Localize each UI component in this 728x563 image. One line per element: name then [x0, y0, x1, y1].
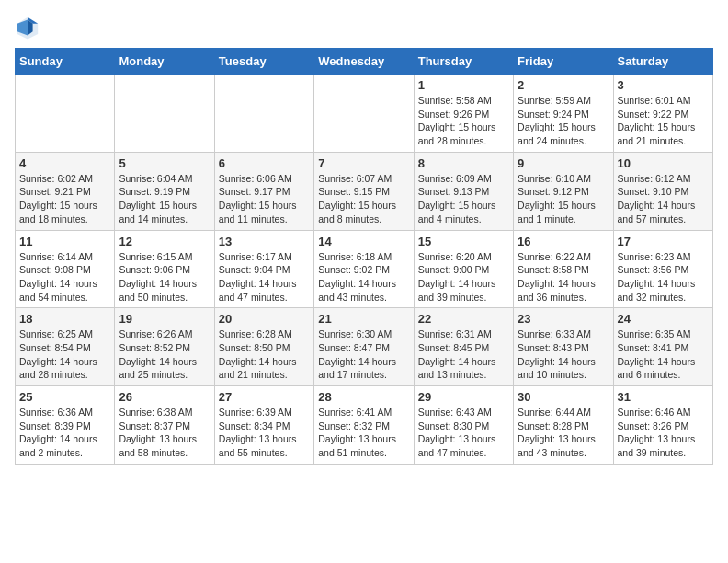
- day-info: Sunrise: 6:30 AM Sunset: 8:47 PM Dayligh…: [318, 327, 409, 382]
- calendar-cell: [314, 75, 414, 153]
- page-header: [15, 15, 713, 40]
- calendar-cell: [16, 75, 115, 153]
- day-of-week-header: Thursday: [414, 49, 513, 75]
- calendar-cell: 28Sunrise: 6:41 AM Sunset: 8:32 PM Dayli…: [314, 386, 414, 465]
- day-info: Sunrise: 6:26 AM Sunset: 8:52 PM Dayligh…: [119, 327, 210, 382]
- calendar-cell: 22Sunrise: 6:31 AM Sunset: 8:45 PM Dayli…: [414, 308, 513, 386]
- calendar-cell: 19Sunrise: 6:26 AM Sunset: 8:52 PM Dayli…: [115, 308, 214, 386]
- day-info: Sunrise: 6:04 AM Sunset: 9:19 PM Dayligh…: [119, 172, 210, 226]
- day-info: Sunrise: 6:07 AM Sunset: 9:15 PM Dayligh…: [318, 172, 409, 226]
- day-info: Sunrise: 6:22 AM Sunset: 8:58 PM Dayligh…: [518, 250, 609, 304]
- calendar-cell: 30Sunrise: 6:44 AM Sunset: 8:28 PM Dayli…: [514, 386, 613, 465]
- calendar-cell: 7Sunrise: 6:07 AM Sunset: 9:15 PM Daylig…: [314, 152, 414, 230]
- day-number: 23: [518, 312, 609, 326]
- day-of-week-header: Monday: [115, 49, 214, 75]
- day-number: 30: [518, 390, 609, 404]
- calendar-week-row: 4Sunrise: 6:02 AM Sunset: 9:21 PM Daylig…: [16, 152, 713, 230]
- calendar-cell: [115, 75, 214, 153]
- calendar-cell: 20Sunrise: 6:28 AM Sunset: 8:50 PM Dayli…: [214, 308, 313, 386]
- day-of-week-header: Saturday: [613, 49, 712, 75]
- calendar-cell: 3Sunrise: 6:01 AM Sunset: 9:22 PM Daylig…: [613, 75, 712, 153]
- calendar-cell: 31Sunrise: 6:46 AM Sunset: 8:26 PM Dayli…: [613, 386, 712, 465]
- day-number: 29: [418, 390, 509, 404]
- calendar-cell: 18Sunrise: 6:25 AM Sunset: 8:54 PM Dayli…: [16, 308, 115, 386]
- day-info: Sunrise: 6:12 AM Sunset: 9:10 PM Dayligh…: [618, 172, 709, 226]
- day-info: Sunrise: 6:15 AM Sunset: 9:06 PM Dayligh…: [119, 250, 210, 304]
- day-number: 10: [618, 156, 709, 170]
- day-info: Sunrise: 6:39 AM Sunset: 8:34 PM Dayligh…: [219, 406, 310, 460]
- day-info: Sunrise: 6:20 AM Sunset: 9:00 PM Dayligh…: [418, 250, 509, 304]
- day-info: Sunrise: 5:58 AM Sunset: 9:26 PM Dayligh…: [418, 94, 509, 148]
- calendar-cell: 25Sunrise: 6:36 AM Sunset: 8:39 PM Dayli…: [16, 386, 115, 465]
- day-info: Sunrise: 6:46 AM Sunset: 8:26 PM Dayligh…: [618, 406, 709, 460]
- calendar-cell: 21Sunrise: 6:30 AM Sunset: 8:47 PM Dayli…: [314, 308, 414, 386]
- calendar-cell: 4Sunrise: 6:02 AM Sunset: 9:21 PM Daylig…: [16, 152, 115, 230]
- day-info: Sunrise: 6:14 AM Sunset: 9:08 PM Dayligh…: [19, 250, 110, 304]
- calendar-cell: 23Sunrise: 6:33 AM Sunset: 8:43 PM Dayli…: [514, 308, 613, 386]
- day-of-week-header: Friday: [514, 49, 613, 75]
- calendar-cell: 16Sunrise: 6:22 AM Sunset: 8:58 PM Dayli…: [514, 230, 613, 308]
- calendar-cell: 17Sunrise: 6:23 AM Sunset: 8:56 PM Dayli…: [613, 230, 712, 308]
- day-number: 27: [219, 390, 310, 404]
- calendar-cell: 13Sunrise: 6:17 AM Sunset: 9:04 PM Dayli…: [214, 230, 313, 308]
- day-number: 14: [318, 235, 409, 248]
- calendar-cell: 5Sunrise: 6:04 AM Sunset: 9:19 PM Daylig…: [115, 152, 214, 230]
- day-info: Sunrise: 6:17 AM Sunset: 9:04 PM Dayligh…: [219, 250, 310, 304]
- day-number: 24: [618, 312, 709, 326]
- calendar-header-row: SundayMondayTuesdayWednesdayThursdayFrid…: [16, 49, 713, 75]
- day-number: 26: [119, 390, 210, 404]
- day-info: Sunrise: 6:35 AM Sunset: 8:41 PM Dayligh…: [618, 327, 709, 382]
- day-info: Sunrise: 6:33 AM Sunset: 8:43 PM Dayligh…: [518, 327, 609, 382]
- day-info: Sunrise: 5:59 AM Sunset: 9:24 PM Dayligh…: [518, 94, 609, 148]
- day-number: 1: [418, 78, 509, 92]
- calendar-cell: 6Sunrise: 6:06 AM Sunset: 9:17 PM Daylig…: [214, 152, 313, 230]
- day-number: 13: [219, 235, 310, 248]
- calendar-cell: 1Sunrise: 5:58 AM Sunset: 9:26 PM Daylig…: [414, 75, 513, 153]
- day-number: 22: [418, 312, 509, 326]
- day-info: Sunrise: 6:18 AM Sunset: 9:02 PM Dayligh…: [318, 250, 409, 304]
- day-info: Sunrise: 6:36 AM Sunset: 8:39 PM Dayligh…: [19, 406, 110, 460]
- calendar-cell: 29Sunrise: 6:43 AM Sunset: 8:30 PM Dayli…: [414, 386, 513, 465]
- day-number: 28: [318, 390, 409, 404]
- calendar-cell: 2Sunrise: 5:59 AM Sunset: 9:24 PM Daylig…: [514, 75, 613, 153]
- logo-icon: [15, 15, 40, 40]
- calendar-week-row: 25Sunrise: 6:36 AM Sunset: 8:39 PM Dayli…: [16, 386, 713, 465]
- day-number: 9: [518, 156, 609, 170]
- day-number: 6: [219, 156, 310, 170]
- day-of-week-header: Wednesday: [314, 49, 414, 75]
- calendar-cell: 14Sunrise: 6:18 AM Sunset: 9:02 PM Dayli…: [314, 230, 414, 308]
- day-number: 19: [119, 312, 210, 326]
- day-info: Sunrise: 6:10 AM Sunset: 9:12 PM Dayligh…: [518, 172, 609, 226]
- day-number: 4: [19, 156, 110, 170]
- day-number: 18: [19, 312, 110, 326]
- day-info: Sunrise: 6:44 AM Sunset: 8:28 PM Dayligh…: [518, 406, 609, 460]
- day-info: Sunrise: 6:38 AM Sunset: 8:37 PM Dayligh…: [119, 406, 210, 460]
- day-number: 2: [518, 78, 609, 92]
- day-number: 15: [418, 235, 509, 248]
- day-info: Sunrise: 6:41 AM Sunset: 8:32 PM Dayligh…: [318, 406, 409, 460]
- day-info: Sunrise: 6:28 AM Sunset: 8:50 PM Dayligh…: [219, 327, 310, 382]
- day-info: Sunrise: 6:31 AM Sunset: 8:45 PM Dayligh…: [418, 327, 509, 382]
- day-number: 21: [318, 312, 409, 326]
- day-info: Sunrise: 6:23 AM Sunset: 8:56 PM Dayligh…: [618, 250, 709, 304]
- day-number: 5: [119, 156, 210, 170]
- day-info: Sunrise: 6:06 AM Sunset: 9:17 PM Dayligh…: [219, 172, 310, 226]
- calendar-week-row: 18Sunrise: 6:25 AM Sunset: 8:54 PM Dayli…: [16, 308, 713, 386]
- day-info: Sunrise: 6:02 AM Sunset: 9:21 PM Dayligh…: [19, 172, 110, 226]
- day-info: Sunrise: 6:25 AM Sunset: 8:54 PM Dayligh…: [19, 327, 110, 382]
- calendar-week-row: 1Sunrise: 5:58 AM Sunset: 9:26 PM Daylig…: [16, 75, 713, 153]
- logo: [15, 15, 44, 40]
- day-number: 3: [618, 78, 709, 92]
- calendar-cell: 9Sunrise: 6:10 AM Sunset: 9:12 PM Daylig…: [514, 152, 613, 230]
- day-info: Sunrise: 6:09 AM Sunset: 9:13 PM Dayligh…: [418, 172, 509, 226]
- day-info: Sunrise: 6:43 AM Sunset: 8:30 PM Dayligh…: [418, 406, 509, 460]
- day-number: 7: [318, 156, 409, 170]
- day-number: 12: [119, 235, 210, 248]
- calendar-cell: 8Sunrise: 6:09 AM Sunset: 9:13 PM Daylig…: [414, 152, 513, 230]
- day-of-week-header: Tuesday: [214, 49, 313, 75]
- day-number: 31: [618, 390, 709, 404]
- calendar-week-row: 11Sunrise: 6:14 AM Sunset: 9:08 PM Dayli…: [16, 230, 713, 308]
- day-number: 16: [518, 235, 609, 248]
- day-number: 11: [19, 235, 110, 248]
- day-number: 25: [19, 390, 110, 404]
